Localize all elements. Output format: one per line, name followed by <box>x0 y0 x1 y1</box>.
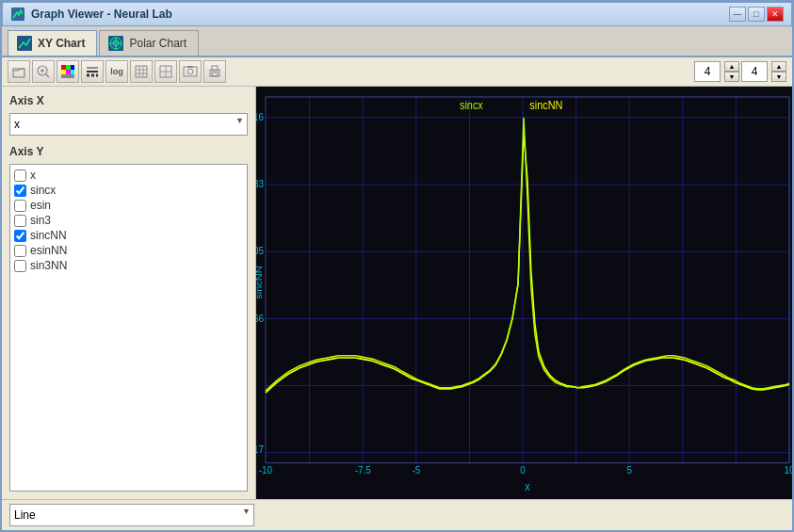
svg-text:x: x <box>525 481 530 493</box>
spin-x-down[interactable]: ▼ <box>724 72 739 82</box>
bottom-bar: Line Bar Scatter <box>2 499 792 530</box>
svg-text:-5: -5 <box>412 464 420 476</box>
svg-text:sincx: sincx <box>460 100 483 112</box>
xy-tab-icon <box>16 35 33 52</box>
spin-y-group: 4 ▲ ▼ <box>741 61 786 82</box>
checkbox-x-label: x <box>30 169 36 182</box>
spin-x-arrows: ▲ ▼ <box>724 61 739 82</box>
svg-rect-22 <box>136 66 147 77</box>
spin-x-up[interactable]: ▲ <box>724 61 739 72</box>
maximize-button[interactable]: □ <box>748 7 765 22</box>
svg-rect-12 <box>61 65 66 70</box>
toolbar: log 4 ▲ ▼ 4 ▲ ▼ <box>2 57 792 87</box>
sidebar: Axis X x Axis Y x sincx esin <box>2 87 256 499</box>
chart-svg: 0.99816 0.69433 0.3905 0.08666 -0.21717 … <box>256 87 792 499</box>
minimize-button[interactable]: — <box>729 7 746 22</box>
svg-text:-0.21717: -0.21717 <box>256 443 264 455</box>
checkbox-x-input[interactable] <box>14 169 26 182</box>
screenshot-button[interactable] <box>179 60 202 83</box>
checkbox-sincNN-input[interactable] <box>14 230 26 242</box>
svg-rect-15 <box>61 70 66 74</box>
svg-rect-17 <box>71 70 74 74</box>
tab-polar[interactable]: Polar Chart <box>99 30 199 56</box>
checkbox-esin-input[interactable] <box>14 200 26 212</box>
bottom-select-wrap: Line Bar Scatter <box>9 504 254 526</box>
checkbox-sincNN: sincNN <box>14 229 243 242</box>
checkbox-sin3NN: sin3NN <box>14 259 243 272</box>
svg-text:0.69433: 0.69433 <box>256 179 264 190</box>
svg-text:0.08666: 0.08666 <box>256 313 264 324</box>
axis-x-label: Axis X <box>9 94 248 107</box>
grid1-button[interactable] <box>130 60 153 83</box>
axis-x-select-wrap: x <box>9 113 248 136</box>
chart-area: 0.99816 0.69433 0.3905 0.08666 -0.21717 … <box>256 87 792 499</box>
checkbox-sincNN-label: sincNN <box>30 229 67 242</box>
title-bar: Graph Viewer - Neural Lab — □ ✕ <box>2 2 792 26</box>
log-button[interactable]: log <box>105 60 128 83</box>
lines-button[interactable] <box>81 60 104 83</box>
axis-y-label: Axis Y <box>9 145 248 158</box>
axis-x-select[interactable]: x <box>9 113 248 136</box>
spin-y-value: 4 <box>741 61 768 82</box>
checkbox-sincx-input[interactable] <box>14 185 26 197</box>
svg-rect-32 <box>187 66 193 68</box>
svg-rect-13 <box>66 65 71 70</box>
checkbox-sin3-label: sin3 <box>30 214 51 227</box>
spin-y-up[interactable]: ▲ <box>771 61 786 72</box>
main-window: Graph Viewer - Neural Lab — □ ✕ XY Chart <box>0 0 794 532</box>
checkbox-esin-label: esin <box>30 199 51 212</box>
svg-rect-18 <box>61 74 74 78</box>
checkbox-esin: esin <box>14 199 243 212</box>
checkbox-esinNN: esinNN <box>14 244 243 257</box>
colors-button[interactable] <box>57 60 79 83</box>
checkbox-sin3NN-label: sin3NN <box>30 259 67 272</box>
spin-y-down[interactable]: ▼ <box>771 72 786 82</box>
checkbox-x: x <box>14 169 243 182</box>
checkbox-sin3: sin3 <box>14 214 243 227</box>
axis-y-checkbox-list: x sincx esin sin3 sincNN <box>9 164 248 492</box>
svg-point-31 <box>187 69 193 74</box>
window-title: Graph Viewer - Neural Lab <box>31 8 172 21</box>
checkbox-esinNN-input[interactable] <box>14 245 26 257</box>
checkbox-esinNN-label: esinNN <box>30 244 67 257</box>
zoom-button[interactable] <box>32 60 55 83</box>
tab-xy[interactable]: XY Chart <box>8 30 97 56</box>
spin-x-group: 4 ▲ ▼ <box>694 61 739 82</box>
tab-xy-label: XY Chart <box>38 37 85 50</box>
svg-text:10: 10 <box>784 464 792 476</box>
app-icon <box>10 7 25 22</box>
spin-x-value: 4 <box>694 61 721 82</box>
spin-y-arrows: ▲ ▼ <box>771 61 786 82</box>
tab-polar-label: Polar Chart <box>129 37 186 50</box>
checkbox-sincx: sincx <box>14 184 243 197</box>
svg-rect-36 <box>256 87 792 499</box>
checkbox-sincx-label: sincx <box>30 184 56 197</box>
svg-rect-14 <box>71 65 74 70</box>
svg-text:0.99816: 0.99816 <box>256 112 264 123</box>
checkbox-sin3NN-input[interactable] <box>14 260 26 272</box>
polar-tab-icon <box>107 35 124 52</box>
print-button[interactable] <box>203 60 226 83</box>
chart-type-select[interactable]: Line Bar Scatter <box>9 504 254 526</box>
tab-bar: XY Chart Polar Chart <box>2 26 792 57</box>
checkbox-sin3-input[interactable] <box>14 215 26 227</box>
svg-rect-16 <box>66 70 71 74</box>
close-button[interactable]: ✕ <box>767 7 784 22</box>
svg-text:5: 5 <box>626 464 632 476</box>
svg-text:sincNN: sincNN <box>529 100 562 112</box>
svg-text:sincNN: sincNN <box>256 266 264 298</box>
window-controls: — □ ✕ <box>729 7 784 22</box>
open-button[interactable] <box>8 60 30 83</box>
svg-text:0: 0 <box>520 464 526 476</box>
svg-rect-35 <box>212 73 218 76</box>
svg-text:-7.5: -7.5 <box>355 464 371 476</box>
grid2-button[interactable] <box>154 60 177 83</box>
svg-text:0.3905: 0.3905 <box>256 246 264 257</box>
svg-text:-10: -10 <box>259 464 273 476</box>
content-area: Axis X x Axis Y x sincx esin <box>2 87 792 499</box>
svg-line-9 <box>46 74 49 77</box>
